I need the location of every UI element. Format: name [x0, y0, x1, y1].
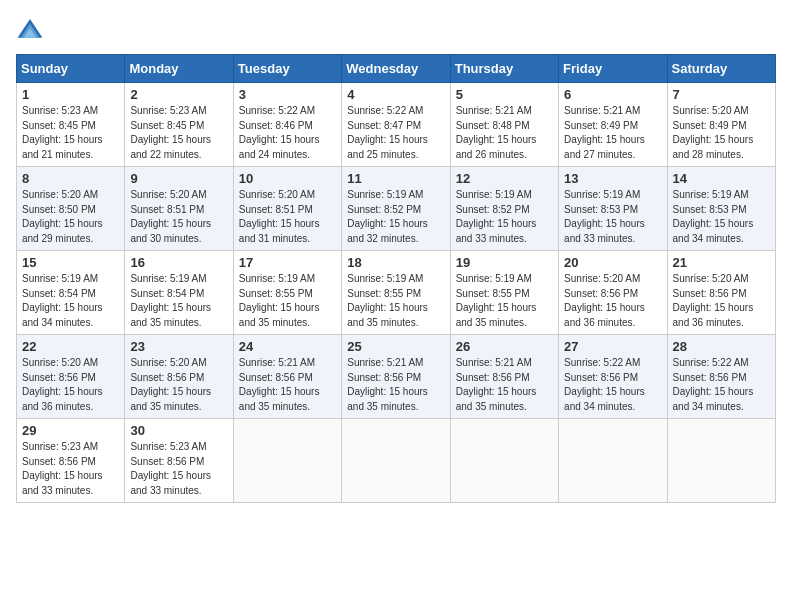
day-info: Sunrise: 5:23 AM Sunset: 8:45 PM Dayligh…	[130, 104, 227, 162]
day-info: Sunrise: 5:19 AM Sunset: 8:55 PM Dayligh…	[456, 272, 553, 330]
day-info: Sunrise: 5:22 AM Sunset: 8:46 PM Dayligh…	[239, 104, 336, 162]
header-day-friday: Friday	[559, 55, 667, 83]
calendar-cell: 20 Sunrise: 5:20 AM Sunset: 8:56 PM Dayl…	[559, 251, 667, 335]
day-info: Sunrise: 5:22 AM Sunset: 8:47 PM Dayligh…	[347, 104, 444, 162]
calendar-cell: 12 Sunrise: 5:19 AM Sunset: 8:52 PM Dayl…	[450, 167, 558, 251]
day-info: Sunrise: 5:20 AM Sunset: 8:56 PM Dayligh…	[130, 356, 227, 414]
logo-icon	[16, 16, 44, 44]
calendar-cell: 5 Sunrise: 5:21 AM Sunset: 8:48 PM Dayli…	[450, 83, 558, 167]
day-number: 4	[347, 87, 444, 102]
day-info: Sunrise: 5:21 AM Sunset: 8:56 PM Dayligh…	[456, 356, 553, 414]
logo	[16, 16, 48, 44]
calendar-cell: 2 Sunrise: 5:23 AM Sunset: 8:45 PM Dayli…	[125, 83, 233, 167]
day-number: 25	[347, 339, 444, 354]
day-info: Sunrise: 5:21 AM Sunset: 8:56 PM Dayligh…	[347, 356, 444, 414]
day-info: Sunrise: 5:21 AM Sunset: 8:48 PM Dayligh…	[456, 104, 553, 162]
day-info: Sunrise: 5:19 AM Sunset: 8:55 PM Dayligh…	[347, 272, 444, 330]
calendar-cell: 17 Sunrise: 5:19 AM Sunset: 8:55 PM Dayl…	[233, 251, 341, 335]
calendar-cell: 16 Sunrise: 5:19 AM Sunset: 8:54 PM Dayl…	[125, 251, 233, 335]
day-info: Sunrise: 5:19 AM Sunset: 8:54 PM Dayligh…	[22, 272, 119, 330]
day-number: 13	[564, 171, 661, 186]
calendar-week-1: 1 Sunrise: 5:23 AM Sunset: 8:45 PM Dayli…	[17, 83, 776, 167]
day-info: Sunrise: 5:20 AM Sunset: 8:50 PM Dayligh…	[22, 188, 119, 246]
calendar-cell: 21 Sunrise: 5:20 AM Sunset: 8:56 PM Dayl…	[667, 251, 775, 335]
day-number: 19	[456, 255, 553, 270]
calendar-cell: 10 Sunrise: 5:20 AM Sunset: 8:51 PM Dayl…	[233, 167, 341, 251]
day-info: Sunrise: 5:19 AM Sunset: 8:52 PM Dayligh…	[347, 188, 444, 246]
calendar-cell	[233, 419, 341, 503]
day-info: Sunrise: 5:22 AM Sunset: 8:56 PM Dayligh…	[673, 356, 770, 414]
day-info: Sunrise: 5:20 AM Sunset: 8:56 PM Dayligh…	[22, 356, 119, 414]
calendar-week-5: 29 Sunrise: 5:23 AM Sunset: 8:56 PM Dayl…	[17, 419, 776, 503]
calendar-week-4: 22 Sunrise: 5:20 AM Sunset: 8:56 PM Dayl…	[17, 335, 776, 419]
day-info: Sunrise: 5:20 AM Sunset: 8:56 PM Dayligh…	[673, 272, 770, 330]
day-number: 14	[673, 171, 770, 186]
calendar-cell: 30 Sunrise: 5:23 AM Sunset: 8:56 PM Dayl…	[125, 419, 233, 503]
day-number: 20	[564, 255, 661, 270]
calendar-header: SundayMondayTuesdayWednesdayThursdayFrid…	[17, 55, 776, 83]
header-day-wednesday: Wednesday	[342, 55, 450, 83]
calendar-cell: 7 Sunrise: 5:20 AM Sunset: 8:49 PM Dayli…	[667, 83, 775, 167]
day-number: 27	[564, 339, 661, 354]
day-info: Sunrise: 5:21 AM Sunset: 8:49 PM Dayligh…	[564, 104, 661, 162]
calendar-cell: 13 Sunrise: 5:19 AM Sunset: 8:53 PM Dayl…	[559, 167, 667, 251]
day-number: 1	[22, 87, 119, 102]
calendar-week-3: 15 Sunrise: 5:19 AM Sunset: 8:54 PM Dayl…	[17, 251, 776, 335]
calendar-cell: 1 Sunrise: 5:23 AM Sunset: 8:45 PM Dayli…	[17, 83, 125, 167]
day-info: Sunrise: 5:19 AM Sunset: 8:54 PM Dayligh…	[130, 272, 227, 330]
day-number: 26	[456, 339, 553, 354]
day-info: Sunrise: 5:23 AM Sunset: 8:45 PM Dayligh…	[22, 104, 119, 162]
calendar-cell: 29 Sunrise: 5:23 AM Sunset: 8:56 PM Dayl…	[17, 419, 125, 503]
day-info: Sunrise: 5:22 AM Sunset: 8:56 PM Dayligh…	[564, 356, 661, 414]
day-info: Sunrise: 5:20 AM Sunset: 8:51 PM Dayligh…	[130, 188, 227, 246]
day-info: Sunrise: 5:19 AM Sunset: 8:53 PM Dayligh…	[564, 188, 661, 246]
calendar-cell: 6 Sunrise: 5:21 AM Sunset: 8:49 PM Dayli…	[559, 83, 667, 167]
header-day-thursday: Thursday	[450, 55, 558, 83]
day-info: Sunrise: 5:19 AM Sunset: 8:53 PM Dayligh…	[673, 188, 770, 246]
day-info: Sunrise: 5:20 AM Sunset: 8:51 PM Dayligh…	[239, 188, 336, 246]
calendar-cell: 22 Sunrise: 5:20 AM Sunset: 8:56 PM Dayl…	[17, 335, 125, 419]
day-number: 18	[347, 255, 444, 270]
day-number: 7	[673, 87, 770, 102]
day-number: 2	[130, 87, 227, 102]
day-number: 16	[130, 255, 227, 270]
calendar-cell: 26 Sunrise: 5:21 AM Sunset: 8:56 PM Dayl…	[450, 335, 558, 419]
day-number: 12	[456, 171, 553, 186]
day-info: Sunrise: 5:20 AM Sunset: 8:56 PM Dayligh…	[564, 272, 661, 330]
day-number: 23	[130, 339, 227, 354]
header-day-monday: Monday	[125, 55, 233, 83]
day-number: 17	[239, 255, 336, 270]
calendar-body: 1 Sunrise: 5:23 AM Sunset: 8:45 PM Dayli…	[17, 83, 776, 503]
day-number: 3	[239, 87, 336, 102]
header-day-saturday: Saturday	[667, 55, 775, 83]
calendar-cell: 28 Sunrise: 5:22 AM Sunset: 8:56 PM Dayl…	[667, 335, 775, 419]
calendar-table: SundayMondayTuesdayWednesdayThursdayFrid…	[16, 54, 776, 503]
day-number: 10	[239, 171, 336, 186]
day-info: Sunrise: 5:23 AM Sunset: 8:56 PM Dayligh…	[130, 440, 227, 498]
day-number: 24	[239, 339, 336, 354]
calendar-cell: 14 Sunrise: 5:19 AM Sunset: 8:53 PM Dayl…	[667, 167, 775, 251]
calendar-cell: 8 Sunrise: 5:20 AM Sunset: 8:50 PM Dayli…	[17, 167, 125, 251]
calendar-cell: 24 Sunrise: 5:21 AM Sunset: 8:56 PM Dayl…	[233, 335, 341, 419]
day-number: 21	[673, 255, 770, 270]
calendar-cell	[559, 419, 667, 503]
day-number: 30	[130, 423, 227, 438]
day-number: 6	[564, 87, 661, 102]
day-info: Sunrise: 5:23 AM Sunset: 8:56 PM Dayligh…	[22, 440, 119, 498]
header-day-tuesday: Tuesday	[233, 55, 341, 83]
header-row: SundayMondayTuesdayWednesdayThursdayFrid…	[17, 55, 776, 83]
calendar-cell: 25 Sunrise: 5:21 AM Sunset: 8:56 PM Dayl…	[342, 335, 450, 419]
day-info: Sunrise: 5:21 AM Sunset: 8:56 PM Dayligh…	[239, 356, 336, 414]
calendar-week-2: 8 Sunrise: 5:20 AM Sunset: 8:50 PM Dayli…	[17, 167, 776, 251]
day-number: 15	[22, 255, 119, 270]
page-header	[16, 16, 776, 44]
calendar-cell: 23 Sunrise: 5:20 AM Sunset: 8:56 PM Dayl…	[125, 335, 233, 419]
day-number: 9	[130, 171, 227, 186]
day-number: 29	[22, 423, 119, 438]
day-number: 28	[673, 339, 770, 354]
day-info: Sunrise: 5:19 AM Sunset: 8:55 PM Dayligh…	[239, 272, 336, 330]
calendar-cell	[342, 419, 450, 503]
calendar-cell: 15 Sunrise: 5:19 AM Sunset: 8:54 PM Dayl…	[17, 251, 125, 335]
calendar-cell	[667, 419, 775, 503]
day-info: Sunrise: 5:20 AM Sunset: 8:49 PM Dayligh…	[673, 104, 770, 162]
